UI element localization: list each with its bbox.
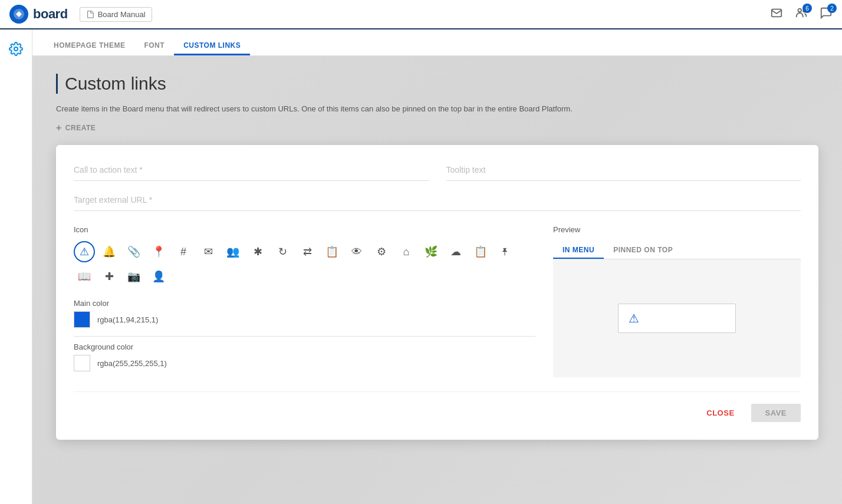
preview-tab-pinned-on-top[interactable]: PINNED ON TOP xyxy=(604,241,682,259)
tab-homepage-theme[interactable]: HOMEPAGE THEME xyxy=(44,35,134,55)
board-manual-button[interactable]: Board Manual xyxy=(80,7,152,22)
preview-icon: ⚠ xyxy=(626,310,642,327)
tab-font[interactable]: FONT xyxy=(134,35,174,55)
form-row-1 xyxy=(74,163,801,181)
bg-color-row: rgba(255,255,255,1) xyxy=(74,355,535,371)
icon-picker: Icon ⚠ 🔔 📎 📍 # ✉ 👥 ✱ ↻ ⇄ 📋 xyxy=(74,225,535,380)
bg-color-label: Background color xyxy=(74,342,535,351)
close-button[interactable]: CLOSE xyxy=(697,404,744,422)
icon-item-cloud[interactable]: ☁ xyxy=(445,241,466,262)
main-color-value: rgba(11,94,215,1) xyxy=(97,315,158,324)
icon-item-location[interactable]: 📍 xyxy=(148,241,169,262)
create-label: CREATE xyxy=(65,124,96,132)
color-section: Main color rgba(11,94,215,1) Background … xyxy=(74,299,535,371)
main-area: Custom links Create items in the Board m… xyxy=(32,56,842,504)
icon-item-paperclip[interactable]: 📎 xyxy=(123,241,144,262)
sidebar-settings-icon[interactable] xyxy=(5,38,27,60)
top-nav: board Board Manual 6 2 xyxy=(0,0,842,29)
call-to-action-field xyxy=(74,163,429,181)
icon-item-book[interactable]: 📖 xyxy=(74,266,95,287)
preview-tabs: IN MENU PINNED ON TOP xyxy=(553,241,801,259)
icon-item-refresh[interactable]: ↻ xyxy=(272,241,293,262)
tab-bar: HOMEPAGE THEME FONT CUSTOM LINKS xyxy=(32,29,842,56)
messages-icon-btn[interactable] xyxy=(770,6,783,22)
save-button[interactable]: SAVE xyxy=(751,404,801,422)
users-icon-btn[interactable]: 6 xyxy=(795,6,808,22)
icon-item-bell[interactable]: 🔔 xyxy=(98,241,120,262)
preview-item: ⚠ xyxy=(618,304,736,333)
board-manual-label: Board Manual xyxy=(98,10,146,19)
preview-tab-in-menu[interactable]: IN MENU xyxy=(553,241,604,259)
logo-icon xyxy=(9,5,28,24)
main-color-row: rgba(11,94,215,1) xyxy=(74,311,535,328)
icon-item-note[interactable]: 📋 xyxy=(470,241,491,262)
bg-color-swatch[interactable] xyxy=(74,355,90,371)
logo-area: board xyxy=(9,5,68,24)
icon-item-gear[interactable]: ⚙ xyxy=(371,241,392,262)
url-field xyxy=(74,193,801,211)
top-right-icons: 6 2 xyxy=(770,6,833,22)
logo-text: board xyxy=(33,6,68,22)
tooltip-field xyxy=(446,163,801,181)
tooltip-input[interactable] xyxy=(446,163,801,177)
icon-item-asterisk[interactable]: ✱ xyxy=(247,241,268,262)
left-sidebar xyxy=(0,29,32,504)
icon-item-alert[interactable]: ⚠ xyxy=(74,241,95,262)
icon-item-copy[interactable]: 📋 xyxy=(321,241,343,262)
main-color-swatch[interactable] xyxy=(74,311,90,328)
create-plus-icon: + xyxy=(56,123,62,133)
call-to-action-input[interactable] xyxy=(74,163,429,177)
icon-item-hash[interactable]: # xyxy=(173,241,194,262)
notifications-icon-btn[interactable]: 2 xyxy=(820,6,833,22)
users-badge: 6 xyxy=(802,4,812,13)
svg-point-2 xyxy=(798,9,802,12)
icon-item-leaf[interactable]: 🌿 xyxy=(420,241,442,262)
icon-item-camera[interactable]: 📷 xyxy=(123,266,144,287)
create-button[interactable]: + CREATE xyxy=(56,123,818,133)
page-description: Create items in the Board menu that will… xyxy=(56,104,818,113)
bg-color-value: rgba(255,255,255,1) xyxy=(97,359,167,368)
preview-label: Preview xyxy=(553,225,801,234)
icon-item-arrows[interactable]: ⇄ xyxy=(297,241,318,262)
icon-item-pin[interactable]: 🖈 xyxy=(495,241,516,262)
tab-custom-links[interactable]: CUSTOM LINKS xyxy=(174,35,250,55)
preview-area: ⚠ xyxy=(553,259,801,377)
svg-point-4 xyxy=(14,47,18,51)
url-input[interactable] xyxy=(74,193,801,207)
content: Custom links Create items in the Board m… xyxy=(32,56,842,504)
modal-footer: CLOSE SAVE xyxy=(74,391,801,422)
icon-item-eye[interactable]: 👁 xyxy=(346,241,367,262)
page-title: Custom links xyxy=(65,74,818,94)
icon-label: Icon xyxy=(74,225,535,234)
icon-item-home[interactable]: ⌂ xyxy=(396,241,417,262)
preview-panel: Preview IN MENU PINNED ON TOP ⚠ xyxy=(553,225,801,380)
notifications-badge: 2 xyxy=(827,4,837,13)
icon-item-move[interactable]: ✚ xyxy=(98,266,120,287)
icon-item-envelope[interactable]: ✉ xyxy=(198,241,219,262)
main-color-label: Main color xyxy=(74,299,535,308)
icon-item-users[interactable]: 👥 xyxy=(222,241,244,262)
custom-link-form-card: Icon ⚠ 🔔 📎 📍 # ✉ 👥 ✱ ↻ ⇄ 📋 xyxy=(56,145,818,440)
page-title-container: Custom links xyxy=(56,74,818,94)
icon-grid: ⚠ 🔔 📎 📍 # ✉ 👥 ✱ ↻ ⇄ 📋 👁 ⚙ ⌂ xyxy=(74,241,535,287)
icon-item-person[interactable]: 👤 xyxy=(148,266,169,287)
icon-preview-section: Icon ⚠ 🔔 📎 📍 # ✉ 👥 ✱ ↻ ⇄ 📋 xyxy=(74,225,801,380)
